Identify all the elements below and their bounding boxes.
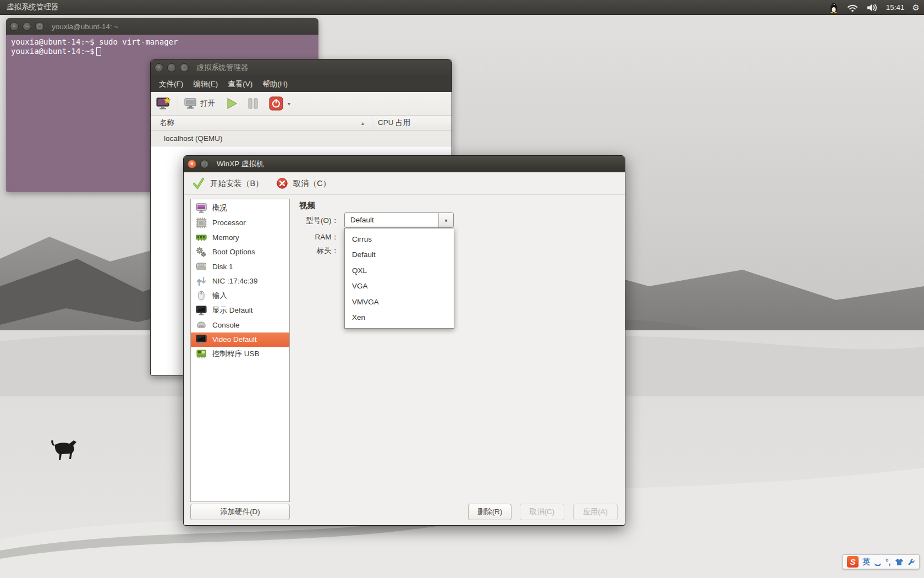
vmm-close-button[interactable]: ×: [155, 63, 163, 72]
dialog-titlebar[interactable]: × ▢ WinXP 虚拟机: [184, 156, 625, 172]
display-icon: [195, 304, 207, 317]
hw-item-overview[interactable]: 概况: [191, 201, 289, 216]
ime-skin-shirt-icon[interactable]: [895, 558, 904, 566]
video-icon: [195, 334, 207, 346]
hw-item-video[interactable]: Video Default: [191, 332, 289, 347]
cancel-x-icon[interactable]: [277, 178, 288, 189]
panel-app-title: 虚拟系统管理器: [7, 2, 59, 12]
terminal-body[interactable]: youxia@ubunt-14:~$ sudo virt-manager you…: [6, 35, 318, 59]
terminal-close-button[interactable]: ×: [10, 22, 19, 31]
hw-item-display[interactable]: 显示 Default: [191, 303, 289, 318]
overview-icon: [195, 202, 207, 214]
volume-icon[interactable]: [866, 3, 878, 13]
chevron-down-icon: ▾: [444, 217, 447, 223]
terminal-title: youxia@ubunt-14: ~: [52, 23, 118, 31]
panel-indicators: 15:41 ⚙: [829, 0, 920, 15]
column-cpu[interactable]: CPU 占用: [372, 116, 452, 130]
tux-icon[interactable]: [829, 2, 839, 13]
ime-halfwidth-moon-icon[interactable]: [874, 558, 882, 566]
connection-row-localhost[interactable]: localhost (QEMU): [151, 130, 452, 146]
vmm-titlebar[interactable]: × – ▢ 虚拟系统管理器: [151, 59, 452, 76]
terminal-maximize-button[interactable]: ▢: [35, 22, 44, 31]
panel-clock[interactable]: 15:41: [886, 3, 905, 12]
vmm-maximize-button[interactable]: ▢: [180, 63, 189, 72]
input-mouse-icon: [195, 290, 207, 302]
hardware-list: 概况 Processor Memory Boot Options: [190, 199, 290, 502]
apply-button[interactable]: 应用(A): [573, 504, 618, 520]
disk-icon: [195, 260, 207, 272]
ime-bar: S 英 °,: [843, 554, 920, 569]
video-model-combobox[interactable]: Default ▾: [344, 212, 454, 228]
vm-list-header: 名称 ▴ CPU 占用: [151, 116, 452, 130]
dropdown-option-default[interactable]: Default: [345, 247, 454, 263]
sogou-logo-icon[interactable]: S: [847, 556, 859, 568]
menu-edit[interactable]: 编辑(E): [188, 79, 223, 89]
memory-icon: [195, 231, 207, 243]
dropdown-option-qxl[interactable]: QXL: [345, 263, 454, 279]
cancel-top-button[interactable]: 取消（C）: [293, 178, 331, 189]
vmm-minimize-button[interactable]: –: [167, 63, 176, 72]
hw-item-console[interactable]: Console: [191, 318, 289, 332]
open-button-label[interactable]: 打开: [200, 99, 215, 108]
desktop: 虚拟系统管理器: [0, 0, 924, 578]
usb-controller-icon: [195, 348, 207, 360]
ime-punctuation-mode[interactable]: °,: [886, 558, 891, 566]
vmm-menubar: 文件(F) 编辑(E) 查看(V) 帮助(H): [151, 76, 452, 92]
shutdown-icon[interactable]: [269, 96, 283, 111]
cpu-icon: [195, 217, 207, 229]
boot-options-icon: [195, 246, 207, 258]
terminal-cursor: [96, 47, 101, 56]
cancel-button[interactable]: 取消(C): [520, 504, 564, 520]
nic-icon: [195, 275, 207, 287]
menu-help[interactable]: 帮助(H): [257, 79, 293, 89]
new-vm-icon[interactable]: [156, 96, 171, 111]
run-icon[interactable]: [225, 97, 238, 110]
console-icon: [195, 319, 207, 331]
video-section-heading: 视频: [299, 200, 315, 211]
combobox-dropdown-button[interactable]: ▾: [438, 213, 453, 227]
dialog-close-button[interactable]: ×: [188, 160, 196, 168]
shutdown-menu-caret-icon[interactable]: ▾: [288, 101, 290, 107]
dropdown-option-cirrus[interactable]: Cirrus: [345, 231, 454, 247]
hw-item-usb-controller[interactable]: 控制程序 USB: [191, 347, 289, 362]
pause-icon[interactable]: [247, 97, 259, 110]
video-model-dropdown: Cirrus Default QXL VGA VMVGA Xen: [344, 228, 454, 329]
terminal-titlebar[interactable]: × – ▢ youxia@ubunt-14: ~: [6, 18, 318, 35]
menu-view[interactable]: 查看(V): [223, 79, 257, 89]
dropdown-option-xen[interactable]: Xen: [345, 310, 454, 326]
hw-item-input[interactable]: 输入: [191, 288, 289, 303]
begin-install-button[interactable]: 开始安装（B）: [210, 178, 263, 189]
combobox-value: Default: [350, 213, 374, 227]
dropdown-option-vmvga[interactable]: VMVGA: [345, 294, 454, 310]
model-label: 型号(O)：: [266, 216, 339, 226]
remove-button[interactable]: 删除(R): [468, 504, 512, 520]
dialog-toolbar: 开始安装（B） 取消（C）: [184, 172, 625, 195]
winxp-vm-dialog: × ▢ WinXP 虚拟机 开始安装（B） 取消（C） 概况: [183, 155, 625, 526]
hw-item-disk[interactable]: Disk 1: [191, 259, 289, 274]
menu-file[interactable]: 文件(F): [154, 79, 188, 89]
column-name[interactable]: 名称 ▴: [151, 116, 372, 130]
top-panel: 虚拟系统管理器: [0, 0, 924, 15]
toolbar-separator: [178, 96, 178, 111]
begin-install-check-icon[interactable]: [193, 177, 205, 189]
ime-language-mode[interactable]: 英: [862, 557, 870, 567]
heads-label: 标头：: [266, 246, 339, 256]
ram-label: RAM：: [266, 232, 339, 242]
network-wifi-icon[interactable]: [846, 3, 859, 13]
open-vm-icon[interactable]: [184, 97, 197, 110]
add-hardware-button[interactable]: 添加硬件(D): [190, 504, 290, 520]
session-gear-icon[interactable]: ⚙: [912, 3, 920, 13]
dialog-maximize-button[interactable]: ▢: [200, 160, 209, 168]
terminal-line: youxia@ubunt-14:~$ sudo virt-manager: [11, 37, 314, 47]
vmm-toolbar: 打开 ▾: [151, 92, 452, 116]
sort-asc-icon: ▴: [361, 120, 364, 126]
ime-settings-wrench-icon[interactable]: [908, 558, 915, 566]
hw-item-nic[interactable]: NIC :17:4c:39: [191, 274, 289, 289]
terminal-minimize-button[interactable]: –: [23, 22, 31, 31]
terminal-prompt-line: youxia@ubunt-14:~$: [11, 47, 314, 56]
dialog-title: WinXP 虚拟机: [217, 159, 263, 169]
dropdown-option-vga[interactable]: VGA: [345, 279, 454, 295]
vmm-title: 虚拟系统管理器: [196, 63, 249, 73]
